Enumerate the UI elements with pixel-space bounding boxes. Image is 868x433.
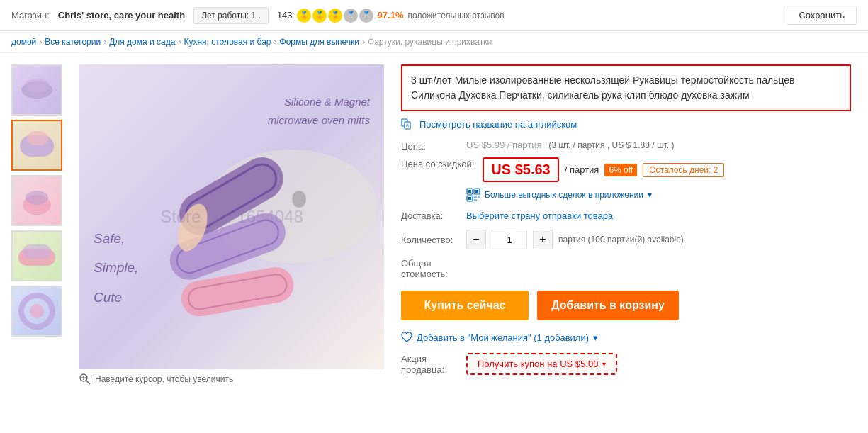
qr-icon <box>466 188 480 202</box>
quantity-input[interactable] <box>492 230 527 249</box>
positive-percentage: 97.1% <box>378 10 404 21</box>
thumbnail-5[interactable] <box>11 286 62 337</box>
medal-silver-2: 🥈 <box>359 9 373 23</box>
wishlist-dropdown[interactable]: ▾ <box>593 332 598 343</box>
add-to-cart-button[interactable]: Добавить в корзину <box>537 291 679 320</box>
product-image-bottom-text: Safe,Simple,Cute <box>94 224 138 313</box>
translate-icon: A <box>401 118 415 130</box>
breadcrumb-sep-2: › <box>103 37 106 47</box>
wishlist-row[interactable]: Добавить в "Мои желания" (1 добавили) ▾ <box>401 332 851 343</box>
coupon-button[interactable]: Получить купон на US $5.00 ▾ <box>466 353 617 375</box>
ratings-stats: 143 🏅 🏅 🏅 🥈 🥈 97.1% положительных отзыво… <box>277 9 505 23</box>
buy-now-button[interactable]: Купить сейчас <box>401 291 529 320</box>
zoom-label: Наведите курсор, чтобы увеличить <box>95 374 233 384</box>
delivery-label: Доставка: <box>401 210 458 221</box>
breadcrumb-sep-5: › <box>362 37 365 47</box>
discounted-price: US $5.63 <box>483 157 558 182</box>
discount-label: Цена со скидкой: <box>401 157 474 169</box>
app-deals-label: Больше выгодных сделок в приложении <box>485 190 643 200</box>
svg-rect-32 <box>468 197 471 200</box>
svg-rect-30 <box>475 190 478 193</box>
total-label: Общая стоимость: <box>401 258 458 279</box>
delivery-row: Доставка: Выберите страну отправки товар… <box>401 210 851 221</box>
per-party: / партия <box>565 164 599 175</box>
medal-icons: 🏅 🏅 🏅 🥈 🥈 <box>297 9 373 23</box>
save-button[interactable]: Сохранить <box>787 6 857 25</box>
product-image-top-text: Silicone & Magnet microwave oven mitts <box>268 93 370 129</box>
svg-point-5 <box>26 191 48 205</box>
days-left-badge: Осталось дней: 2 <box>643 163 724 177</box>
view-english-label: Посмотреть название на английском <box>419 119 577 130</box>
breadcrumb-home-garden[interactable]: Для дома и сада <box>109 37 175 47</box>
thumbnail-list <box>11 64 68 385</box>
breadcrumb-sep-3: › <box>178 37 181 47</box>
store-watermark: Store No. 1654048 <box>160 207 303 227</box>
breadcrumb-all-categories[interactable]: Все категории <box>45 37 101 47</box>
quantity-controls: − + партия (100 партии(й) available) <box>466 230 684 249</box>
price-per-unit: (3 шт. / партия , US $ 1.88 / шт. ) <box>548 140 674 150</box>
view-english-link[interactable]: A Посмотреть название на английском <box>401 118 851 130</box>
price-label: Цена: <box>401 140 458 152</box>
zoom-hint: Наведите курсор, чтобы увеличить <box>79 373 384 385</box>
product-main-image: Silicone & Magnet microwave oven mitts S… <box>79 64 384 369</box>
product-title: 3 шт./лот Милые изолированные нескользящ… <box>401 64 851 111</box>
discount-badge: 6% off <box>604 164 637 176</box>
discount-price-row: Цена со скидкой: US $5.63 / партия 6% of… <box>401 157 851 182</box>
price-original: US $5.99 / партия <box>466 140 542 150</box>
quantity-increase-button[interactable]: + <box>533 230 553 249</box>
medal-gold-1: 🏅 <box>297 9 311 23</box>
svg-rect-35 <box>474 199 477 201</box>
ratings-count: 143 <box>277 10 293 21</box>
svg-rect-28 <box>468 190 471 193</box>
svg-rect-34 <box>478 196 480 198</box>
store-name: Chris' store, care your health <box>58 10 185 21</box>
main-content: Silicone & Magnet microwave oven mitts S… <box>0 53 868 396</box>
delivery-country[interactable]: Выберите страну отправки товара <box>466 210 613 221</box>
thumbnail-3[interactable] <box>11 175 62 226</box>
quantity-info: партия (100 партии(й) available) <box>558 235 684 244</box>
breadcrumb: домой › Все категории › Для дома и сада … <box>0 31 868 53</box>
thumbnail-2[interactable] <box>11 120 62 171</box>
breadcrumb-sep-4: › <box>274 37 277 47</box>
svg-rect-3 <box>27 131 48 145</box>
heart-icon <box>401 332 412 343</box>
svg-text:A: A <box>406 123 409 128</box>
store-label: Магазин: <box>11 10 50 21</box>
coupon-btn-label: Получить купон на US $5.00 <box>478 359 598 369</box>
coupon-label: Акция продавца: <box>401 354 458 375</box>
years-button[interactable]: Лет работы: 1 . <box>193 7 269 24</box>
coupon-arrow-icon: ▾ <box>602 360 606 368</box>
breadcrumb-home[interactable]: домой <box>11 37 36 47</box>
svg-point-9 <box>30 304 44 318</box>
quantity-label: Количество: <box>401 235 458 245</box>
quantity-row: Количество: − + партия (100 партии(й) av… <box>401 230 851 249</box>
medal-silver-1: 🥈 <box>344 9 358 23</box>
quantity-decrease-button[interactable]: − <box>466 230 486 249</box>
positive-reviews-label[interactable]: положительных отзывов <box>407 11 504 21</box>
breadcrumb-current: Фартуки, рукавицы и прихватки <box>368 37 492 47</box>
wishlist-label: Добавить в "Мои желания" (1 добавили) <box>417 332 589 343</box>
svg-line-21 <box>86 381 90 384</box>
thumbnail-4[interactable] <box>11 230 62 281</box>
breadcrumb-sep-1: › <box>39 37 42 47</box>
svg-rect-7 <box>23 244 51 259</box>
app-deals-link[interactable]: Больше выгодных сделок в приложении ▾ <box>466 188 851 202</box>
coupon-section: Акция продавца: Получить купон на US $5.… <box>401 353 851 375</box>
product-image-container: Silicone & Magnet microwave oven mitts S… <box>79 64 384 385</box>
medal-gold-3: 🏅 <box>328 9 342 23</box>
store-header: Магазин: Chris' store, care your health … <box>0 0 868 31</box>
svg-rect-33 <box>474 196 477 198</box>
total-row: Общая стоимость: <box>401 258 851 279</box>
product-details: 3 шт./лот Милые изолированные нескользящ… <box>395 64 857 385</box>
price-row: Цена: US $5.99 / партия (3 шт. / партия … <box>401 140 851 152</box>
zoom-icon <box>79 373 91 385</box>
breadcrumb-baking[interactable]: Формы для выпечки <box>280 37 360 47</box>
thumbnail-1[interactable] <box>11 64 62 116</box>
breadcrumb-kitchen[interactable]: Кухня, столовая и бар <box>184 37 271 47</box>
app-deals-arrow: ▾ <box>648 190 652 200</box>
svg-point-1 <box>24 79 50 93</box>
medal-gold-2: 🏅 <box>312 9 327 23</box>
price-original-container: US $5.99 / партия (3 шт. / партия , US $… <box>466 140 674 150</box>
action-buttons: Купить сейчас Добавить в корзину <box>401 291 851 320</box>
discounted-price-container: US $5.63 / партия 6% off Осталось дней: … <box>483 157 724 182</box>
